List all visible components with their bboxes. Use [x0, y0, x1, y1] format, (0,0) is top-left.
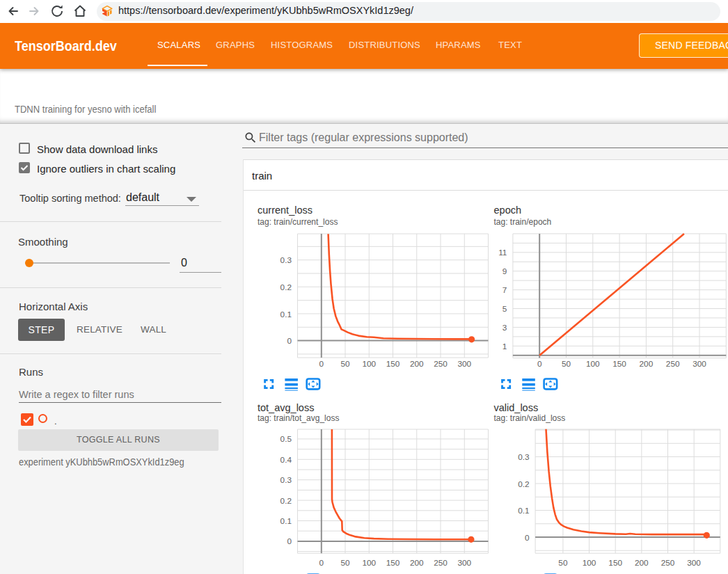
svg-text:0: 0: [537, 359, 541, 369]
svg-text:200: 200: [634, 558, 648, 568]
svg-text:200: 200: [409, 558, 423, 568]
svg-text:0.2: 0.2: [280, 496, 291, 506]
svg-text:50: 50: [558, 558, 568, 568]
svg-text:0.5: 0.5: [280, 434, 292, 444]
svg-text:9: 9: [502, 266, 507, 276]
svg-text:150: 150: [386, 359, 399, 369]
svg-text:0: 0: [319, 359, 324, 369]
svg-text:250: 250: [434, 359, 448, 369]
svg-text:150: 150: [608, 558, 622, 568]
svg-text:0.1: 0.1: [280, 310, 291, 319]
svg-text:1: 1: [502, 342, 507, 351]
svg-text:50: 50: [340, 558, 350, 568]
svg-text:100: 100: [582, 558, 596, 568]
svg-text:250: 250: [665, 359, 679, 369]
svg-text:11: 11: [498, 248, 507, 257]
svg-text:300: 300: [693, 359, 706, 369]
svg-text:250: 250: [660, 558, 674, 568]
svg-text:300: 300: [687, 558, 701, 568]
svg-text:150: 150: [386, 558, 399, 568]
svg-text:200: 200: [639, 359, 653, 369]
svg-text:0.1: 0.1: [280, 516, 291, 526]
svg-text:100: 100: [362, 359, 376, 369]
svg-text:0: 0: [287, 336, 292, 346]
svg-text:0: 0: [287, 536, 292, 546]
svg-text:7: 7: [502, 285, 507, 295]
svg-text:300: 300: [457, 359, 471, 369]
svg-text:0.3: 0.3: [280, 475, 292, 485]
svg-text:0.3: 0.3: [518, 452, 530, 462]
svg-text:0.2: 0.2: [518, 479, 529, 489]
svg-text:0.3: 0.3: [280, 255, 292, 265]
svg-text:0.1: 0.1: [518, 506, 529, 516]
svg-text:100: 100: [362, 558, 376, 568]
svg-text:5: 5: [502, 304, 507, 314]
svg-text:200: 200: [409, 359, 423, 369]
svg-text:100: 100: [585, 359, 599, 369]
svg-text:0.2: 0.2: [280, 282, 291, 292]
svg-text:50: 50: [561, 359, 571, 369]
svg-text:250: 250: [434, 558, 448, 568]
svg-text:0: 0: [525, 533, 530, 543]
svg-text:3: 3: [502, 323, 507, 333]
svg-text:300: 300: [457, 558, 471, 568]
svg-text:0.4: 0.4: [280, 455, 292, 465]
svg-text:150: 150: [612, 359, 626, 369]
svg-text:50: 50: [340, 359, 350, 369]
svg-text:0: 0: [319, 558, 324, 568]
